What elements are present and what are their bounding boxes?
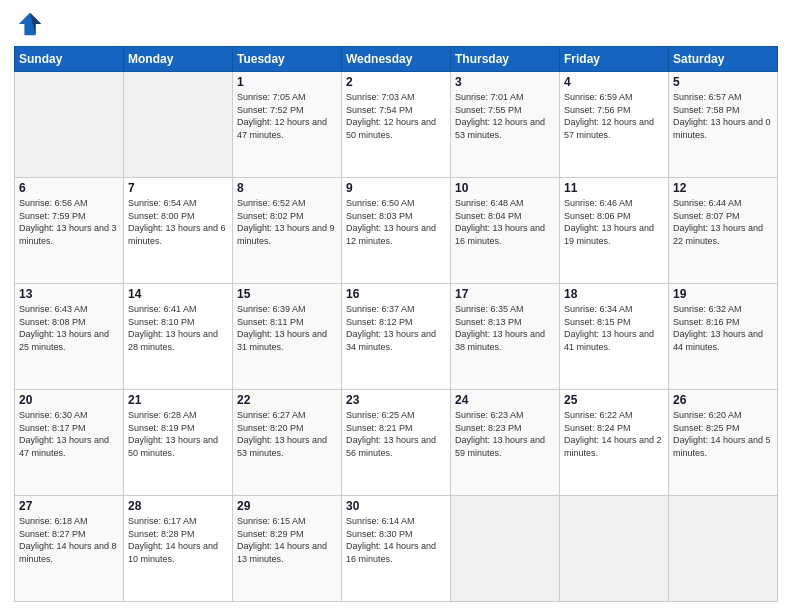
- calendar-week-1: 1Sunrise: 7:05 AM Sunset: 7:52 PM Daylig…: [15, 72, 778, 178]
- calendar-cell: 9Sunrise: 6:50 AM Sunset: 8:03 PM Daylig…: [342, 178, 451, 284]
- day-info: Sunrise: 6:50 AM Sunset: 8:03 PM Dayligh…: [346, 197, 446, 247]
- day-number: 6: [19, 181, 119, 195]
- day-info: Sunrise: 6:39 AM Sunset: 8:11 PM Dayligh…: [237, 303, 337, 353]
- day-info: Sunrise: 6:52 AM Sunset: 8:02 PM Dayligh…: [237, 197, 337, 247]
- day-number: 24: [455, 393, 555, 407]
- calendar-cell: 15Sunrise: 6:39 AM Sunset: 8:11 PM Dayli…: [233, 284, 342, 390]
- calendar-week-2: 6Sunrise: 6:56 AM Sunset: 7:59 PM Daylig…: [15, 178, 778, 284]
- calendar-cell: 2Sunrise: 7:03 AM Sunset: 7:54 PM Daylig…: [342, 72, 451, 178]
- day-number: 21: [128, 393, 228, 407]
- day-number: 19: [673, 287, 773, 301]
- calendar-cell: 6Sunrise: 6:56 AM Sunset: 7:59 PM Daylig…: [15, 178, 124, 284]
- calendar-cell: 24Sunrise: 6:23 AM Sunset: 8:23 PM Dayli…: [451, 390, 560, 496]
- calendar-cell: 27Sunrise: 6:18 AM Sunset: 8:27 PM Dayli…: [15, 496, 124, 602]
- day-info: Sunrise: 6:56 AM Sunset: 7:59 PM Dayligh…: [19, 197, 119, 247]
- calendar-cell: [669, 496, 778, 602]
- calendar-cell: 4Sunrise: 6:59 AM Sunset: 7:56 PM Daylig…: [560, 72, 669, 178]
- calendar-week-4: 20Sunrise: 6:30 AM Sunset: 8:17 PM Dayli…: [15, 390, 778, 496]
- day-number: 14: [128, 287, 228, 301]
- day-number: 9: [346, 181, 446, 195]
- day-number: 23: [346, 393, 446, 407]
- day-header-wednesday: Wednesday: [342, 47, 451, 72]
- day-info: Sunrise: 6:14 AM Sunset: 8:30 PM Dayligh…: [346, 515, 446, 565]
- day-number: 29: [237, 499, 337, 513]
- day-number: 1: [237, 75, 337, 89]
- calendar-cell: 7Sunrise: 6:54 AM Sunset: 8:00 PM Daylig…: [124, 178, 233, 284]
- calendar-cell: 21Sunrise: 6:28 AM Sunset: 8:19 PM Dayli…: [124, 390, 233, 496]
- day-info: Sunrise: 7:03 AM Sunset: 7:54 PM Dayligh…: [346, 91, 446, 141]
- day-number: 3: [455, 75, 555, 89]
- day-header-thursday: Thursday: [451, 47, 560, 72]
- calendar-cell: 25Sunrise: 6:22 AM Sunset: 8:24 PM Dayli…: [560, 390, 669, 496]
- logo-icon: [16, 10, 44, 38]
- day-info: Sunrise: 6:23 AM Sunset: 8:23 PM Dayligh…: [455, 409, 555, 459]
- day-info: Sunrise: 6:32 AM Sunset: 8:16 PM Dayligh…: [673, 303, 773, 353]
- calendar-cell: 23Sunrise: 6:25 AM Sunset: 8:21 PM Dayli…: [342, 390, 451, 496]
- day-info: Sunrise: 6:34 AM Sunset: 8:15 PM Dayligh…: [564, 303, 664, 353]
- day-number: 27: [19, 499, 119, 513]
- calendar-cell: 16Sunrise: 6:37 AM Sunset: 8:12 PM Dayli…: [342, 284, 451, 390]
- day-header-monday: Monday: [124, 47, 233, 72]
- calendar-cell: 26Sunrise: 6:20 AM Sunset: 8:25 PM Dayli…: [669, 390, 778, 496]
- header: [14, 10, 778, 38]
- day-header-saturday: Saturday: [669, 47, 778, 72]
- day-info: Sunrise: 6:20 AM Sunset: 8:25 PM Dayligh…: [673, 409, 773, 459]
- day-info: Sunrise: 6:43 AM Sunset: 8:08 PM Dayligh…: [19, 303, 119, 353]
- day-header-sunday: Sunday: [15, 47, 124, 72]
- calendar-cell: 22Sunrise: 6:27 AM Sunset: 8:20 PM Dayli…: [233, 390, 342, 496]
- day-number: 25: [564, 393, 664, 407]
- calendar-cell: [451, 496, 560, 602]
- calendar-cell: 8Sunrise: 6:52 AM Sunset: 8:02 PM Daylig…: [233, 178, 342, 284]
- day-info: Sunrise: 6:54 AM Sunset: 8:00 PM Dayligh…: [128, 197, 228, 247]
- calendar-cell: 1Sunrise: 7:05 AM Sunset: 7:52 PM Daylig…: [233, 72, 342, 178]
- day-number: 28: [128, 499, 228, 513]
- day-info: Sunrise: 6:30 AM Sunset: 8:17 PM Dayligh…: [19, 409, 119, 459]
- day-number: 15: [237, 287, 337, 301]
- page: SundayMondayTuesdayWednesdayThursdayFrid…: [0, 0, 792, 612]
- calendar-cell: 3Sunrise: 7:01 AM Sunset: 7:55 PM Daylig…: [451, 72, 560, 178]
- day-info: Sunrise: 6:37 AM Sunset: 8:12 PM Dayligh…: [346, 303, 446, 353]
- day-info: Sunrise: 6:28 AM Sunset: 8:19 PM Dayligh…: [128, 409, 228, 459]
- calendar-header-row: SundayMondayTuesdayWednesdayThursdayFrid…: [15, 47, 778, 72]
- day-number: 30: [346, 499, 446, 513]
- calendar-cell: 18Sunrise: 6:34 AM Sunset: 8:15 PM Dayli…: [560, 284, 669, 390]
- day-info: Sunrise: 7:01 AM Sunset: 7:55 PM Dayligh…: [455, 91, 555, 141]
- calendar-cell: 13Sunrise: 6:43 AM Sunset: 8:08 PM Dayli…: [15, 284, 124, 390]
- calendar-cell: 10Sunrise: 6:48 AM Sunset: 8:04 PM Dayli…: [451, 178, 560, 284]
- day-number: 13: [19, 287, 119, 301]
- calendar-cell: [15, 72, 124, 178]
- calendar-cell: 11Sunrise: 6:46 AM Sunset: 8:06 PM Dayli…: [560, 178, 669, 284]
- day-number: 16: [346, 287, 446, 301]
- calendar-cell: [560, 496, 669, 602]
- day-info: Sunrise: 6:15 AM Sunset: 8:29 PM Dayligh…: [237, 515, 337, 565]
- day-info: Sunrise: 6:18 AM Sunset: 8:27 PM Dayligh…: [19, 515, 119, 565]
- day-number: 20: [19, 393, 119, 407]
- day-number: 7: [128, 181, 228, 195]
- day-number: 8: [237, 181, 337, 195]
- day-number: 12: [673, 181, 773, 195]
- day-header-friday: Friday: [560, 47, 669, 72]
- day-info: Sunrise: 6:35 AM Sunset: 8:13 PM Dayligh…: [455, 303, 555, 353]
- day-info: Sunrise: 6:25 AM Sunset: 8:21 PM Dayligh…: [346, 409, 446, 459]
- day-info: Sunrise: 6:46 AM Sunset: 8:06 PM Dayligh…: [564, 197, 664, 247]
- calendar-cell: 12Sunrise: 6:44 AM Sunset: 8:07 PM Dayli…: [669, 178, 778, 284]
- day-info: Sunrise: 6:44 AM Sunset: 8:07 PM Dayligh…: [673, 197, 773, 247]
- calendar-table: SundayMondayTuesdayWednesdayThursdayFrid…: [14, 46, 778, 602]
- day-number: 18: [564, 287, 664, 301]
- logo: [14, 10, 44, 38]
- calendar-cell: [124, 72, 233, 178]
- day-info: Sunrise: 6:17 AM Sunset: 8:28 PM Dayligh…: [128, 515, 228, 565]
- day-number: 17: [455, 287, 555, 301]
- day-info: Sunrise: 6:41 AM Sunset: 8:10 PM Dayligh…: [128, 303, 228, 353]
- day-number: 26: [673, 393, 773, 407]
- calendar-week-3: 13Sunrise: 6:43 AM Sunset: 8:08 PM Dayli…: [15, 284, 778, 390]
- calendar-cell: 30Sunrise: 6:14 AM Sunset: 8:30 PM Dayli…: [342, 496, 451, 602]
- calendar-cell: 14Sunrise: 6:41 AM Sunset: 8:10 PM Dayli…: [124, 284, 233, 390]
- day-info: Sunrise: 6:59 AM Sunset: 7:56 PM Dayligh…: [564, 91, 664, 141]
- calendar-cell: 19Sunrise: 6:32 AM Sunset: 8:16 PM Dayli…: [669, 284, 778, 390]
- day-number: 10: [455, 181, 555, 195]
- day-info: Sunrise: 6:27 AM Sunset: 8:20 PM Dayligh…: [237, 409, 337, 459]
- day-number: 2: [346, 75, 446, 89]
- calendar-cell: 28Sunrise: 6:17 AM Sunset: 8:28 PM Dayli…: [124, 496, 233, 602]
- calendar-cell: 5Sunrise: 6:57 AM Sunset: 7:58 PM Daylig…: [669, 72, 778, 178]
